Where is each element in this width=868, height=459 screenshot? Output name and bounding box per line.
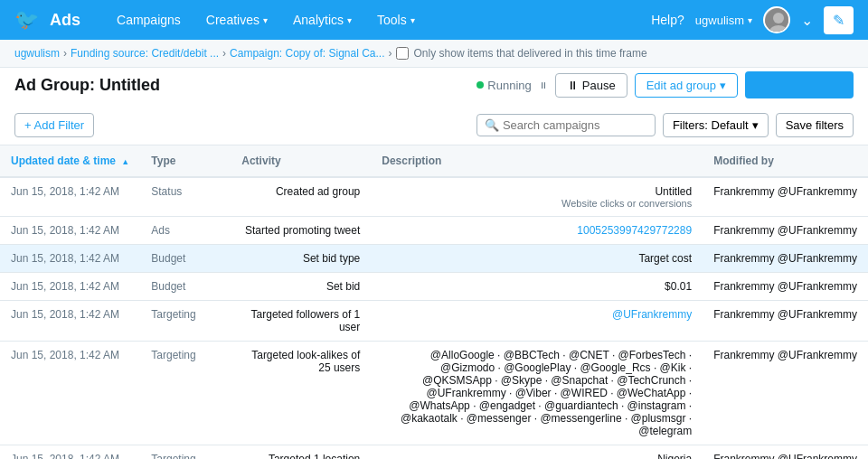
col-header-activity[interactable]: Activity xyxy=(231,145,371,177)
cell-activity: Targeted 1 location xyxy=(231,445,371,460)
search-icon: 🔍 xyxy=(485,118,499,132)
creatives-chevron-icon: ▾ xyxy=(263,15,268,25)
description-link[interactable]: @UFrankremmy xyxy=(612,308,692,321)
svg-point-1 xyxy=(773,13,784,23)
table-row: Jun 15, 2018, 1:42 AMAdsStarted promotin… xyxy=(0,217,868,245)
nav-creatives[interactable]: Creatives ▾ xyxy=(195,7,278,33)
cell-description: $0.01 xyxy=(371,273,703,301)
analytics-chevron-icon: ▾ xyxy=(347,15,352,25)
cell-activity: Started promoting tweet xyxy=(231,217,371,245)
adgroup-title: Ad Group: Untitled xyxy=(14,76,160,95)
nav-links: Campaigns Creatives ▾ Analytics ▾ Tools … xyxy=(106,7,644,33)
col-header-description[interactable]: Description xyxy=(371,145,703,177)
cell-activity: Set bid type xyxy=(231,245,371,273)
breadcrumb-deliver-label: Only show items that delivered in this t… xyxy=(414,47,647,60)
nav-tools-label: Tools xyxy=(377,13,407,27)
cell-type: Targeting xyxy=(140,445,231,460)
cell-activity: Targeted look-alikes of 25 users xyxy=(231,342,371,445)
pause-sub-icon: ⏸ xyxy=(539,80,548,90)
cell-description: Nigeria xyxy=(371,445,703,460)
col-header-date[interactable]: Updated date & time ▲ xyxy=(0,145,140,177)
breadcrumb: ugwulism › Funding source: Credit/debit … xyxy=(0,40,868,68)
username-label: ugwulism xyxy=(695,14,744,27)
cell-date: Jun 15, 2018, 1:42 AM xyxy=(0,273,140,301)
cell-activity: Targeted followers of 1 user xyxy=(231,301,371,342)
tools-chevron-icon: ▾ xyxy=(410,15,415,25)
col-header-modified[interactable]: Modified by xyxy=(703,145,868,177)
cell-modified: Frankremmy @UFrankremmy xyxy=(703,301,868,342)
user-menu[interactable]: ugwulism ▾ xyxy=(695,14,752,27)
edit-label: Edit ad group xyxy=(646,79,716,92)
add-filter-button[interactable]: + Add Filter xyxy=(14,113,94,137)
table-header-row: Updated date & time ▲ Type Activity Desc… xyxy=(0,145,868,177)
cell-type: Status xyxy=(140,177,231,217)
table-row: Jun 15, 2018, 1:42 AMTargetingTargeted 1… xyxy=(0,445,868,460)
table-row: Jun 15, 2018, 1:42 AMTargetingTargeted f… xyxy=(0,301,868,342)
pause-button[interactable]: ⏸ Pause xyxy=(555,73,627,98)
breadcrumb-funding[interactable]: Funding source: Credit/debit ... xyxy=(71,47,219,60)
nav-creatives-label: Creatives xyxy=(206,13,259,27)
cell-date: Jun 15, 2018, 1:42 AM xyxy=(0,177,140,217)
deliver-filter-checkbox[interactable] xyxy=(396,47,409,60)
help-link[interactable]: Help? xyxy=(651,13,684,27)
nav-tools[interactable]: Tools ▾ xyxy=(366,7,426,33)
cell-activity: Created ad group xyxy=(231,177,371,217)
save-filters-button[interactable]: Save filters xyxy=(776,113,854,137)
cell-modified: Frankremmy @UFrankremmy xyxy=(703,217,868,245)
cell-date: Jun 15, 2018, 1:42 AM xyxy=(0,217,140,245)
blue-action-button[interactable] xyxy=(745,71,854,98)
cell-modified: Frankremmy @UFrankremmy xyxy=(703,177,868,217)
breadcrumb-account[interactable]: ugwulism xyxy=(14,47,60,60)
edit-adgroup-button[interactable]: Edit ad group ▾ xyxy=(635,73,738,98)
cell-modified: Frankremmy @UFrankremmy xyxy=(703,273,868,301)
running-status: Running ⏸ xyxy=(476,79,547,92)
nav-analytics-label: Analytics xyxy=(293,13,344,27)
cell-description: @UFrankremmy xyxy=(371,301,703,342)
nav-right-section: Help? ugwulism ▾ ⌄ ✎ xyxy=(651,6,854,34)
cell-type: Ads xyxy=(140,217,231,245)
cell-description: UntitledWebsite clicks or conversions xyxy=(371,177,703,217)
running-label: Running xyxy=(487,79,531,92)
compose-button[interactable]: ✎ xyxy=(824,6,854,34)
breadcrumb-sep-2: › xyxy=(222,47,226,60)
filter-row: + Add Filter 🔍 Filters: Default ▾ Save f… xyxy=(0,106,868,145)
cell-description: Target cost xyxy=(371,245,703,273)
search-input[interactable] xyxy=(503,118,647,132)
table-row: Jun 15, 2018, 1:42 AMTargetingTargeted l… xyxy=(0,342,868,445)
nav-campaigns[interactable]: Campaigns xyxy=(106,7,192,33)
cell-description: 1005253997429772289 xyxy=(371,217,703,245)
table-row: Jun 15, 2018, 1:42 AMBudgetSet bid$0.01F… xyxy=(0,273,868,301)
cell-type: Budget xyxy=(140,245,231,273)
activity-table: Updated date & time ▲ Type Activity Desc… xyxy=(0,145,868,459)
cell-description: @AlloGoogle · @BBCTech · @CNET · @Forbes… xyxy=(371,342,703,445)
col-header-type[interactable]: Type xyxy=(140,145,231,177)
cell-modified: Frankremmy @UFrankremmy xyxy=(703,245,868,273)
more-options-icon[interactable]: ⌄ xyxy=(801,12,813,29)
table-row: Jun 15, 2018, 1:42 AMStatusCreated ad gr… xyxy=(0,177,868,217)
nav-analytics[interactable]: Analytics ▾ xyxy=(282,7,363,33)
breadcrumb-sep-1: › xyxy=(63,47,67,60)
breadcrumb-campaign[interactable]: Campaign: Copy of: Signal Ca... xyxy=(230,47,384,60)
cell-type: Targeting xyxy=(140,342,231,445)
search-box: 🔍 xyxy=(476,114,656,136)
cell-modified: Frankremmy @UFrankremmy xyxy=(703,445,868,460)
cell-date: Jun 15, 2018, 1:42 AM xyxy=(0,342,140,445)
pause-icon: ⏸ xyxy=(567,79,579,92)
breadcrumb-sep-3: › xyxy=(389,47,392,60)
pause-label: Pause xyxy=(582,79,616,92)
compose-icon: ✎ xyxy=(833,12,844,29)
filters-button[interactable]: Filters: Default ▾ xyxy=(663,113,769,137)
cell-date: Jun 15, 2018, 1:42 AM xyxy=(0,301,140,342)
description-link[interactable]: 1005253997429772289 xyxy=(577,224,692,237)
cell-type: Targeting xyxy=(140,301,231,342)
sort-asc-icon: ▲ xyxy=(121,157,129,166)
filter-chevron-icon: ▾ xyxy=(752,118,759,132)
twitter-logo-icon: 🐦 xyxy=(14,8,39,32)
description-sub: Website clicks or conversions xyxy=(382,198,692,209)
brand-label: Ads xyxy=(50,11,80,30)
cell-date: Jun 15, 2018, 1:42 AM xyxy=(0,445,140,460)
avatar[interactable] xyxy=(763,6,790,33)
filter-label: Filters: Default xyxy=(673,118,749,132)
cell-activity: Set bid xyxy=(231,273,371,301)
edit-chevron-icon: ▾ xyxy=(720,79,726,92)
